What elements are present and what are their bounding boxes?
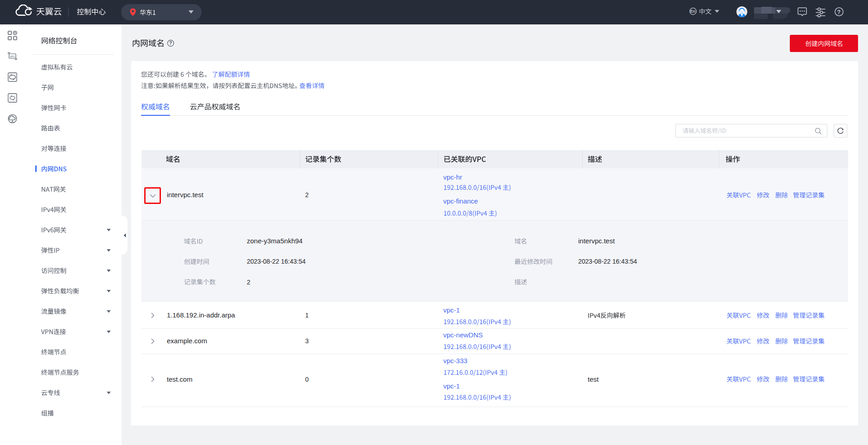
svg-text:VPC: VPC [10,55,15,58]
